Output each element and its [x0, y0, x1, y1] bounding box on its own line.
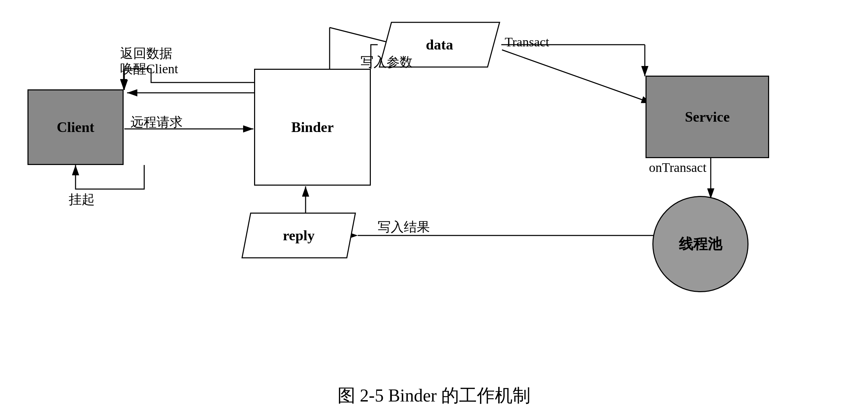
- caption-text: 图 2-5 Binder 的工作机制: [338, 386, 530, 405]
- diagram-caption: 图 2-5 Binder 的工作机制: [0, 384, 868, 408]
- label-on-transact: onTransact: [649, 160, 706, 175]
- label-return-data: 返回数据: [120, 45, 172, 62]
- service-label: Service: [685, 109, 730, 125]
- label-remote-request: 远程请求: [130, 113, 183, 131]
- data-label: data: [426, 36, 453, 53]
- label-transact: Transact: [505, 34, 549, 50]
- service-box: Service: [646, 76, 769, 158]
- svg-line-6: [502, 50, 652, 103]
- client-label: Client: [57, 119, 94, 135]
- label-write-result: 写入结果: [378, 218, 430, 236]
- binder-label: Binder: [291, 119, 334, 135]
- label-wake-client: 唤醒Client: [120, 60, 178, 78]
- diagram-container: Client Binder data Service 线程池 reply 返回数…: [0, 0, 868, 378]
- label-hang: 挂起: [69, 191, 95, 208]
- thread-pool-label: 线程池: [679, 234, 722, 254]
- label-write-params: 写入参数: [361, 53, 413, 71]
- client-box: Client: [27, 89, 124, 165]
- binder-box: Binder: [254, 69, 371, 186]
- thread-pool-circle: 线程池: [652, 196, 749, 292]
- reply-shape: reply: [240, 211, 357, 260]
- reply-label: reply: [283, 227, 315, 244]
